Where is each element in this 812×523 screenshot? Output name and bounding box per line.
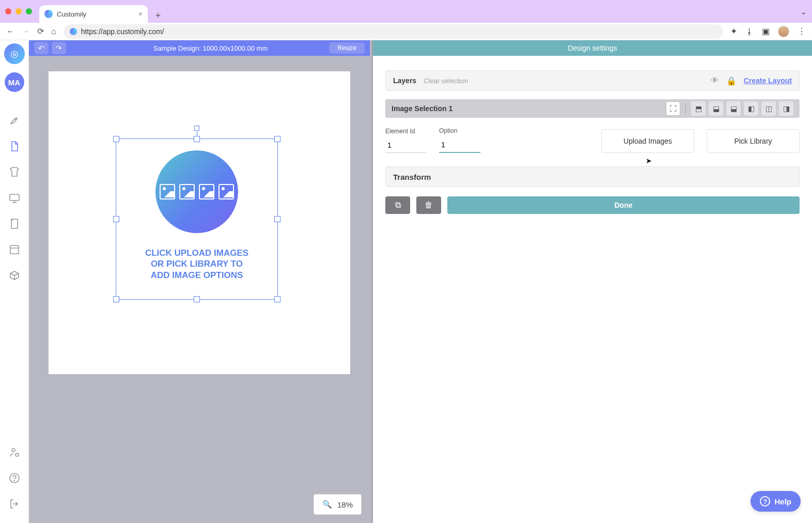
svg-point-0 (15, 118, 17, 120)
kebab-menu-icon[interactable]: ⋮ (798, 26, 806, 36)
pick-library-button[interactable]: Pick Library (707, 129, 800, 153)
fullscreen-window-button[interactable] (26, 8, 32, 14)
profile-avatar[interactable] (778, 26, 789, 37)
screen-icon[interactable] (5, 188, 24, 208)
align-bottom-button[interactable]: ⬓ (726, 101, 741, 116)
properties-header: Design settings (373, 40, 812, 56)
help-widget-button[interactable]: ? Help (751, 491, 801, 512)
shirt-icon[interactable] (5, 162, 24, 182)
new-tab-button[interactable]: + (151, 8, 165, 23)
search-icon: 🔍 (322, 500, 332, 509)
browser-toolbar: ← → ⟳ ⌂ https://app.customily.com/ ✦ ⭳ ▣… (0, 23, 812, 40)
selected-layer-header: Image Selection 1 ⛶ ⬒ ⬓ ⬓ ◧ ◫ ◨ (385, 99, 800, 118)
svg-point-3 (15, 453, 19, 456)
download-icon[interactable]: ⭳ (745, 27, 754, 36)
placeholder-line: CLICK UPLOAD IMAGES (116, 248, 277, 258)
question-icon: ? (760, 496, 770, 506)
duplicate-button[interactable]: ⧉ (385, 196, 410, 214)
undo-button[interactable]: ↶ (34, 42, 49, 54)
resize-handle-n[interactable] (194, 136, 200, 142)
artboard[interactable]: CLICK UPLOAD IMAGES OR PICK LIBRARY TO A… (49, 71, 350, 374)
create-layout-link[interactable]: Create Layout (744, 76, 792, 85)
panel-icon[interactable]: ▣ (762, 26, 770, 36)
help-label: Help (774, 497, 791, 506)
fit-to-bounds-button[interactable]: ⛶ (666, 101, 680, 116)
zoom-control[interactable]: 🔍 18% (314, 494, 362, 515)
rocket-icon[interactable] (5, 111, 24, 130)
layers-bar: Layers Clear selection 👁 🔒 Create Layout (385, 70, 800, 91)
favicon-icon (44, 10, 53, 18)
layers-label: Layers (393, 76, 416, 85)
resize-handle-s[interactable] (194, 296, 200, 302)
visibility-icon[interactable]: 👁 (711, 76, 719, 85)
store-icon[interactable] (5, 240, 24, 259)
user-settings-icon[interactable] (5, 442, 24, 462)
delete-button[interactable]: 🗑 (416, 196, 441, 214)
address-bar[interactable]: https://app.customily.com/ (64, 24, 723, 39)
option-input[interactable] (439, 137, 480, 153)
align-hcenter-button[interactable]: ◫ (761, 101, 776, 116)
transform-section-header[interactable]: Transform (385, 166, 800, 187)
app-logo-icon[interactable]: ◎ (4, 43, 25, 64)
element-id-label: Element Id (385, 128, 427, 135)
avatar-initials: MA (8, 78, 20, 87)
browser-tab[interactable]: Customily × (39, 5, 148, 23)
resize-handle-sw[interactable] (113, 296, 119, 302)
window-titlebar: Customily × + ⌄ (0, 0, 812, 23)
selected-layer-name: Image Selection 1 (392, 104, 452, 113)
box-beta-icon[interactable] (5, 266, 24, 285)
canvas-header: ↶ ↷ Sample Design: 1000.00x1000.00 mm Re… (29, 40, 370, 56)
browser-tabstrip: Customily × + (39, 0, 800, 23)
rotate-handle[interactable] (194, 126, 199, 131)
separator (685, 103, 686, 114)
svg-point-2 (12, 449, 15, 452)
clear-selection-button[interactable]: Clear selection (424, 77, 468, 85)
redo-button[interactable]: ↷ (52, 42, 66, 54)
done-button[interactable]: Done (447, 196, 800, 214)
element-id-input[interactable] (385, 138, 427, 153)
placeholder-line: OR PICK LIBRARY TO (116, 258, 277, 269)
zoom-value: 18% (337, 500, 353, 509)
properties-pane: Design settings Layers Clear selection 👁… (373, 40, 812, 523)
back-button[interactable]: ← (6, 27, 14, 36)
canvas-title: Sample Design: 1000.00x1000.00 mm (92, 44, 329, 52)
help-icon[interactable] (5, 468, 24, 488)
page-icon[interactable] (5, 214, 24, 234)
resize-handle-e[interactable] (274, 216, 280, 222)
lock-icon[interactable]: 🔒 (726, 76, 737, 86)
svg-rect-1 (10, 194, 19, 201)
mouse-cursor-icon: ➤ (646, 157, 652, 165)
close-tab-icon[interactable]: × (138, 10, 143, 18)
image-placeholder-icon (155, 150, 238, 233)
logout-icon[interactable] (5, 494, 24, 514)
resize-handle-ne[interactable] (274, 136, 280, 142)
option-label: Option (439, 127, 480, 134)
forward-button[interactable]: → (22, 27, 30, 36)
resize-handle-w[interactable] (113, 216, 119, 222)
close-window-button[interactable] (5, 8, 11, 14)
minimize-window-button[interactable] (15, 8, 22, 14)
align-vcenter-button[interactable]: ⬓ (709, 101, 723, 116)
align-left-button[interactable]: ◧ (744, 101, 758, 116)
url-text: https://app.customily.com/ (81, 27, 164, 36)
traffic-lights (5, 8, 32, 14)
home-button[interactable]: ⌂ (51, 27, 56, 36)
placeholder-text: CLICK UPLOAD IMAGES OR PICK LIBRARY TO A… (116, 248, 277, 281)
resize-handle-nw[interactable] (113, 136, 119, 142)
file-icon[interactable] (5, 136, 24, 156)
tab-title: Customily (57, 10, 86, 18)
canvas-body[interactable]: CLICK UPLOAD IMAGES OR PICK LIBRARY TO A… (29, 56, 370, 523)
user-avatar[interactable]: MA (5, 72, 24, 92)
selection-bounds[interactable]: CLICK UPLOAD IMAGES OR PICK LIBRARY TO A… (116, 139, 278, 300)
reload-button[interactable]: ⟳ (37, 26, 44, 36)
resize-handle-se[interactable] (274, 296, 280, 302)
chevron-down-icon[interactable]: ⌄ (800, 7, 807, 17)
align-top-button[interactable]: ⬒ (691, 101, 706, 116)
upload-images-button[interactable]: Upload Images (601, 129, 694, 153)
element-id-field: Element Id (385, 128, 427, 153)
extensions-icon[interactable]: ✦ (730, 26, 737, 36)
svg-point-5 (14, 481, 14, 481)
app-root: ◎ MA ↶ ↷ Sample Design: 1000.00x1000.00 … (0, 40, 812, 523)
align-right-button[interactable]: ◨ (779, 101, 793, 116)
resize-button[interactable]: Resize (329, 42, 365, 54)
